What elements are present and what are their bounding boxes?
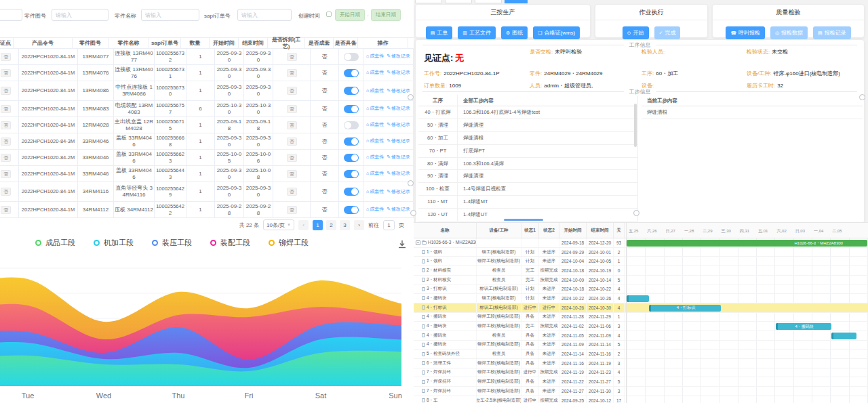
detach-badge[interactable]: 否 — [287, 69, 297, 77]
gantt-row[interactable]: 4・打标识标识工(核电制造部)进行中进行中2024-10-262024-10-3… — [414, 303, 626, 313]
start-date-input[interactable]: 开始日期 — [335, 9, 365, 21]
process-row[interactable]: 50・清理焊缝清理 — [418, 119, 637, 132]
cut-filter-input[interactable] — [0, 9, 22, 21]
op-link-completeness[interactable]: ⌂成套性 — [366, 171, 384, 177]
detach-badge[interactable]: 否 — [287, 121, 297, 129]
legend-item[interactable]: 机加工段 — [94, 238, 134, 248]
gantt-row[interactable]: 1・领料铆焊工段(核电制造部)计划未进序2024-10-042024-10-05… — [414, 257, 626, 266]
splitter-handle[interactable] — [408, 94, 414, 100]
op-link-completeness[interactable]: ⌂成套性 — [366, 154, 384, 161]
button-drawing[interactable]: ⚙图纸 — [501, 26, 528, 39]
op-link-completeness[interactable]: ⌂成套性 — [366, 207, 384, 213]
gantt-row[interactable]: 6・清理工件铆焊工段(核电制造部)具备未进序2024-11-162024-11-… — [414, 359, 626, 368]
splitter-handle[interactable] — [859, 94, 865, 100]
goto-page-input[interactable]: 1 — [383, 220, 395, 230]
sap-order-filter-input[interactable] — [237, 9, 292, 21]
gantt-row[interactable]: 4・搬码块检查员具备未进序2024-11-052024-11-094 — [414, 331, 626, 341]
witness-badge[interactable]: 否 — [1, 170, 11, 178]
op-link-completeness[interactable]: ⌂成套性 — [366, 70, 384, 76]
gantt-task-bar[interactable]: 4・打标识 — [649, 305, 721, 312]
process-row[interactable]: 110・MT1-4焊缝MT — [418, 196, 637, 209]
gantt-row[interactable]: 4・搬码块铆焊工段(核电制造部)完工按期完成2024-11-022024-11-… — [414, 322, 626, 331]
button-inspection-data[interactable]: ◎报检数据 — [770, 26, 808, 39]
page-button-3[interactable]: 3 — [340, 220, 350, 230]
button-certificate[interactable]: ❏合格证(wms) — [533, 26, 580, 39]
legend-item[interactable]: 装压工段 — [152, 238, 192, 248]
part-name-filter-input[interactable] — [141, 9, 199, 21]
gantt-row[interactable]: 7・焊保持环铆焊工段(核电制造部)进行中按期完成2024-11-192024-1… — [414, 368, 626, 378]
button-start[interactable]: ⊙开始 — [623, 26, 649, 39]
op-link-modify-record[interactable]: ✎修改记录 — [387, 54, 410, 60]
process-row[interactable]: 80・满焊106.3和106.4满焊 — [418, 158, 637, 171]
detach-badge[interactable]: 否 — [287, 170, 297, 178]
ready-toggle[interactable] — [344, 53, 359, 61]
op-link-completeness[interactable]: ⌂成套性 — [366, 88, 384, 94]
button-call-inspection[interactable]: ☎呼叫报检 — [726, 26, 765, 39]
gantt-row[interactable]: 5・检查码块外径检查员具备未进序2024-11-142024-11-162 — [414, 349, 626, 359]
ready-toggle[interactable] — [344, 206, 359, 214]
detach-badge[interactable]: 否 — [287, 154, 297, 162]
op-link-modify-record[interactable]: ✎修改记录 — [387, 106, 410, 112]
op-link-modify-record[interactable]: ✎修改记录 — [387, 88, 410, 94]
detach-badge[interactable]: 否 — [287, 105, 297, 113]
detach-badge[interactable]: 否 — [287, 53, 297, 61]
legend-item[interactable]: 成品工段 — [35, 238, 75, 248]
ready-toggle[interactable] — [344, 121, 359, 129]
gantt-row[interactable]: 1・领料铆工(核电制造部)计划未进序2024-09-292024-10-012 — [414, 248, 626, 257]
top-tab-fragment-3[interactable] — [475, 0, 502, 3]
witness-badge[interactable]: 否 — [1, 105, 11, 113]
witness-badge[interactable]: 否 — [1, 206, 11, 214]
op-link-modify-record[interactable]: ✎修改记录 — [387, 122, 410, 128]
ready-toggle[interactable] — [344, 170, 359, 178]
detach-badge[interactable]: 否 — [287, 137, 297, 146]
top-tab-fragment-active[interactable] — [505, 0, 528, 3]
create-time-checkbox[interactable] — [326, 12, 332, 17]
process-row[interactable]: 40・打底焊106.3和106.4打底焊1-4号焊缝test — [418, 106, 637, 119]
op-link-modify-record[interactable]: ✎修改记录 — [387, 171, 410, 177]
op-link-modify-record[interactable]: ✎修改记录 — [387, 207, 410, 213]
gantt-task-bar[interactable] — [831, 333, 856, 339]
op-link-modify-record[interactable]: ✎修改记录 — [387, 154, 410, 161]
top-tab-fragment-2[interactable] — [445, 0, 472, 3]
gantt-row[interactable]: 8・车立车-2.5米(核电制造部)进行中按期完成2024-09-252024-1… — [414, 396, 626, 403]
witness-badge[interactable]: 否 — [1, 137, 11, 146]
process-row[interactable]: 70・PT打底焊PT — [418, 145, 637, 158]
witness-badge[interactable]: 否 — [1, 53, 11, 61]
gantt-row[interactable]: 4・搬码块铆焊工段(核电制造部)具备未进序2024-11-092024-11-1… — [414, 341, 626, 350]
detach-badge[interactable]: 否 — [287, 206, 297, 214]
part-no-filter-input[interactable] — [52, 9, 108, 21]
op-link-completeness[interactable]: ⌂成套性 — [366, 54, 384, 60]
gantt-row[interactable]: 7・焊保持环铆焊工段(核电制造部)具备未进序2024-11-272024-11-… — [414, 387, 626, 396]
button-finish[interactable]: ✓完成 — [654, 26, 681, 39]
process-table-hscrollbar[interactable] — [504, 219, 543, 221]
op-link-modify-record[interactable]: ✎修改记录 — [387, 189, 410, 195]
witness-badge[interactable]: 否 — [1, 188, 11, 196]
end-date-input[interactable]: 结束日期 — [371, 9, 401, 21]
gantt-task-bar[interactable]: 4・搬码块 — [776, 323, 831, 330]
page-button-2[interactable]: 2 — [326, 220, 336, 230]
ready-toggle[interactable] — [344, 105, 359, 113]
gantt-row[interactable]: H1026-66-3・MHZ2A83002024-09-182024-12-20… — [414, 238, 626, 248]
process-row[interactable]: 60・加工焊缝清根 — [418, 132, 637, 145]
ready-toggle[interactable] — [344, 137, 359, 146]
button-workorder[interactable]: ▤工单 — [426, 26, 453, 39]
ready-toggle[interactable] — [344, 154, 359, 162]
gantt-row[interactable]: 3・打标识标识工(核电制造部)计划未进序2024-10-182024-10-22… — [414, 284, 626, 294]
gantt-row[interactable]: 2・材料核实检查员完工按期完成2024-10-182024-10-190 — [414, 266, 626, 276]
collapse-icon[interactable] — [416, 240, 420, 245]
witness-badge[interactable]: 否 — [1, 87, 11, 95]
page-button-1[interactable]: 1 — [313, 220, 323, 230]
prev-page-button[interactable]: ‹ — [298, 220, 309, 230]
detach-badge[interactable]: 否 — [287, 188, 297, 196]
current-step-row[interactable]: 焊缝清根 — [642, 106, 863, 119]
splitter-handle[interactable] — [633, 210, 639, 216]
detach-badge[interactable]: 否 — [287, 87, 297, 95]
op-link-completeness[interactable]: ⌂成套性 — [366, 138, 384, 144]
op-link-modify-record[interactable]: ✎修改记录 — [387, 138, 410, 144]
op-link-modify-record[interactable]: ✎修改记录 — [387, 70, 410, 76]
process-row[interactable]: 90・清理焊缝清理 — [418, 170, 637, 183]
page-size-select[interactable]: 10条/页▼ — [263, 219, 294, 230]
button-inspection-record[interactable]: ▤报检记录 — [813, 26, 851, 39]
gantt-row[interactable]: 7・焊保持环铆焊工段(核电制造部)具备未进序2024-11-222024-11-… — [414, 377, 626, 387]
ready-toggle[interactable] — [344, 188, 359, 196]
